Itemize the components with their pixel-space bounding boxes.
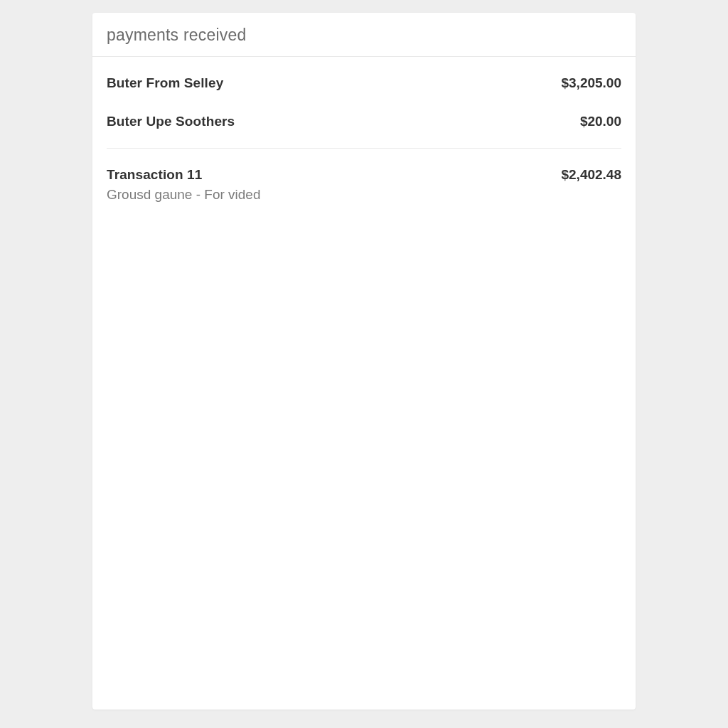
payment-row-left: Transaction 11 Grousd gaune - For vided — [107, 167, 261, 203]
card-body: Buter From Selley $3,205.00 Buter Upe So… — [92, 57, 636, 221]
payment-title: Buter From Selley — [107, 75, 223, 91]
card-title: payments received — [107, 26, 621, 45]
payment-row-left: Buter From Selley — [107, 75, 223, 91]
payment-row-left: Buter Upe Soothers — [107, 114, 235, 129]
payment-title: Transaction 11 — [107, 167, 261, 183]
payments-card: payments received Buter From Selley $3,2… — [92, 13, 636, 710]
payment-amount: $2,402.48 — [561, 167, 621, 183]
payment-subtitle: Grousd gaune - For vided — [107, 187, 261, 203]
payment-title: Buter Upe Soothers — [107, 114, 235, 129]
payment-amount: $3,205.00 — [561, 75, 621, 91]
payment-row[interactable]: Buter From Selley $3,205.00 — [107, 57, 621, 98]
card-header: payments received — [92, 13, 636, 57]
payment-row[interactable]: Buter Upe Soothers $20.00 — [107, 98, 621, 149]
payment-amount: $20.00 — [580, 114, 621, 129]
payment-row[interactable]: Transaction 11 Grousd gaune - For vided … — [107, 149, 621, 221]
